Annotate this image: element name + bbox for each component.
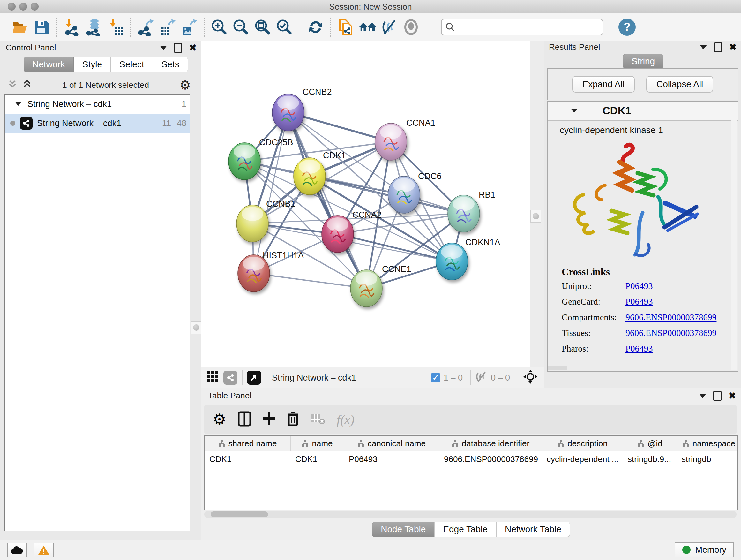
collapse-icon[interactable] — [571, 109, 577, 113]
table-cell[interactable]: 9606.ENSP00000378699 — [440, 451, 542, 467]
grid-view-icon[interactable] — [206, 370, 219, 385]
table-hscroll-thumb[interactable] — [211, 511, 268, 517]
float-panel-icon[interactable] — [714, 43, 722, 52]
import-network-icon[interactable] — [63, 18, 81, 36]
search-field[interactable] — [441, 19, 603, 36]
table-cell[interactable]: CDK1 — [291, 451, 344, 467]
tab-sets[interactable]: Sets — [153, 57, 188, 72]
table-hscrollbar[interactable] — [204, 511, 737, 518]
column-header-name[interactable]: name — [291, 436, 344, 451]
tab-edge-table[interactable]: Edge Table — [434, 522, 496, 537]
network-node-ccna1[interactable]: CCNA1 — [375, 118, 435, 160]
table-cell[interactable]: P06493 — [344, 451, 440, 467]
panel-menu-icon[interactable] — [699, 394, 706, 398]
zoom-fit-icon[interactable] — [254, 18, 272, 36]
zoom-out-icon[interactable] — [232, 18, 250, 36]
show-columns-icon[interactable] — [238, 411, 251, 428]
right-splitter[interactable] — [530, 41, 545, 367]
network-node-rb1[interactable]: RB1 — [448, 190, 495, 232]
network-collection-row[interactable]: String Network – cdk1 1 — [5, 95, 190, 114]
table-cell[interactable]: stringdb — [677, 451, 738, 467]
network-row[interactable]: String Network – cdk1 11 48 — [5, 114, 190, 133]
column-header-description[interactable]: description — [542, 436, 623, 451]
export-image-icon[interactable] — [180, 18, 198, 36]
float-panel-icon[interactable] — [713, 391, 722, 401]
network-edge[interactable] — [288, 112, 366, 288]
network-view-canvas[interactable]: CCNB2CCNA1CDC25BCDK1CDC6RB1CCNB1CCNA2CDK… — [201, 41, 530, 367]
pharos-link[interactable]: P06493 — [625, 344, 653, 354]
show-hide-icon[interactable] — [381, 18, 398, 36]
tab-select[interactable]: Select — [111, 57, 153, 72]
network-node-hist1h1a[interactable]: HIST1H1A — [238, 251, 304, 292]
save-session-icon[interactable] — [32, 18, 51, 36]
table-cell[interactable]: stringdb:9... — [623, 451, 677, 467]
column-header-namespace[interactable]: namespace — [677, 436, 738, 451]
tab-string[interactable]: String — [623, 54, 664, 69]
birdseye-view-icon[interactable] — [247, 371, 261, 385]
tissues-link[interactable]: 9606.ENSP00000378699 — [625, 328, 717, 338]
collapse-all-networks-icon[interactable] — [8, 79, 17, 91]
compartments-link[interactable]: 9606.ENSP00000378699 — [625, 312, 717, 322]
import-table-icon[interactable] — [106, 18, 124, 36]
table-row[interactable]: CDK1CDK1P064939606.ENSP00000378699cyclin… — [205, 451, 737, 467]
node-table[interactable]: shared namenamecanonical namedatabase id… — [204, 435, 738, 510]
export-network-icon[interactable] — [137, 18, 154, 36]
import-network-from-database-icon[interactable] — [84, 18, 103, 36]
network-edge[interactable] — [254, 273, 366, 288]
delete-column-icon[interactable] — [287, 411, 299, 428]
table-cell[interactable]: cyclin-dependent ... — [542, 451, 623, 467]
memory-button[interactable]: Memory — [675, 542, 734, 557]
refresh-icon[interactable] — [307, 18, 325, 36]
right-splitter-handle[interactable] — [530, 210, 541, 223]
left-splitter-handle[interactable] — [191, 321, 202, 334]
open-session-icon[interactable] — [11, 18, 29, 36]
table-cell[interactable]: CDK1 — [205, 451, 291, 467]
search-input[interactable] — [455, 22, 603, 32]
pan-crosshair-icon[interactable] — [523, 369, 538, 387]
collapse-icon[interactable] — [15, 102, 21, 106]
eye-icon[interactable] — [402, 18, 420, 36]
tab-network[interactable]: Network — [23, 57, 74, 72]
expand-all-networks-icon[interactable] — [22, 79, 32, 91]
panel-menu-icon[interactable] — [700, 45, 707, 50]
function-builder-icon[interactable]: f(x) — [337, 412, 354, 427]
zoom-in-icon[interactable] — [210, 18, 228, 36]
hidden-eye-icon[interactable] — [475, 371, 488, 385]
column-header-sharedname[interactable]: shared name — [205, 436, 291, 451]
expand-all-button[interactable]: Expand All — [572, 76, 635, 92]
tab-style[interactable]: Style — [74, 57, 111, 72]
column-header-databaseidentifier[interactable]: database identifier — [440, 436, 542, 451]
genecard-link[interactable]: P06493 — [625, 297, 653, 307]
network-node-ccnb1[interactable]: CCNB1 — [237, 199, 295, 242]
warning-button[interactable] — [34, 543, 54, 557]
zoom-selected-icon[interactable] — [275, 18, 293, 36]
delete-table-icon[interactable] — [311, 413, 325, 427]
column-header-id[interactable]: @id — [623, 436, 677, 451]
export-table-icon[interactable] — [158, 18, 176, 36]
close-panel-icon[interactable]: ✖ — [189, 44, 197, 52]
network-selection-status: 1 of 1 Network selected — [32, 80, 179, 90]
protein-section-header[interactable]: CDK1 — [548, 102, 738, 121]
cloud-button[interactable] — [7, 543, 27, 557]
column-header-canonicalname[interactable]: canonical name — [344, 436, 440, 451]
selected-nodes-checkbox[interactable]: ✓ — [431, 373, 441, 382]
table-settings-gear-icon[interactable]: ⚙ — [212, 412, 226, 427]
uniprot-link[interactable]: P06493 — [625, 281, 653, 291]
close-panel-icon[interactable]: ✖ — [729, 43, 737, 52]
home-layout-icon[interactable] — [359, 18, 377, 36]
create-column-icon[interactable] — [263, 411, 275, 428]
copy-network-icon[interactable] — [337, 18, 355, 36]
help-icon[interactable]: ? — [618, 18, 636, 36]
tab-network-table[interactable]: Network Table — [496, 522, 570, 537]
network-node-cdkn1a[interactable]: CDKN1A — [436, 238, 500, 280]
network-options-gear-icon[interactable]: ⚙ — [179, 78, 191, 91]
float-panel-icon[interactable] — [174, 43, 182, 53]
close-panel-icon[interactable]: ✖ — [729, 391, 736, 400]
network-node-ccne1[interactable]: CCNE1 — [350, 264, 411, 307]
string-view-icon[interactable] — [223, 371, 238, 385]
panel-menu-icon[interactable] — [160, 46, 167, 50]
results-scrollbar[interactable] — [731, 120, 737, 370]
tab-node-table[interactable]: Node Table — [372, 522, 434, 537]
network-edge[interactable] — [254, 112, 288, 273]
collapse-all-button[interactable]: Collapse All — [646, 76, 713, 92]
